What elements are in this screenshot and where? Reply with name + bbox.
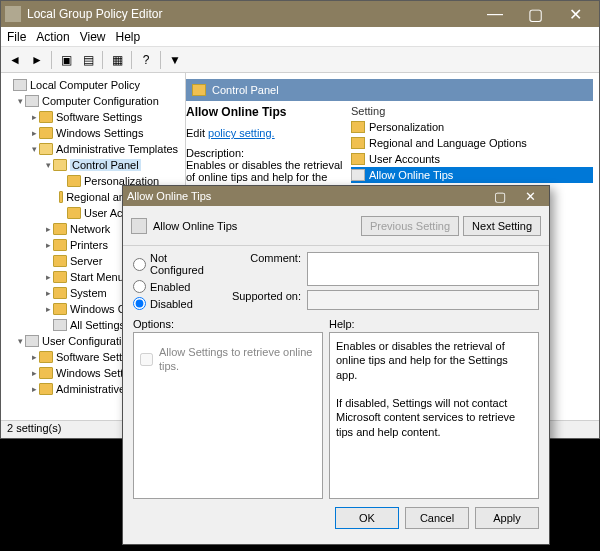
help-label: Help: [329, 318, 539, 330]
window-title: Local Group Policy Editor [27, 7, 475, 21]
tree-printers[interactable]: Printers [70, 239, 108, 251]
edit-policy-link[interactable]: policy setting. [208, 127, 275, 139]
help-text: If disabled, Settings will not contact M… [336, 396, 532, 439]
folder-icon [39, 383, 53, 395]
status-text: 2 setting(s) [7, 422, 61, 434]
radio-disabled[interactable]: Disabled [133, 297, 223, 310]
folder-icon [351, 153, 365, 165]
ok-button[interactable]: OK [335, 507, 399, 529]
policy-dialog: Allow Online Tips ▢ ✕ Allow Online Tips … [122, 185, 550, 545]
breadcrumb-label: Control Panel [212, 84, 279, 96]
policy-icon [25, 335, 39, 347]
app-icon [5, 6, 21, 22]
dialog-close-button[interactable]: ✕ [515, 186, 545, 206]
list-item[interactable]: User Accounts [369, 153, 440, 165]
apply-button[interactable]: Apply [475, 507, 539, 529]
tree-server[interactable]: Server [70, 255, 102, 267]
folder-icon [39, 143, 53, 155]
folder-icon [53, 159, 67, 171]
settings-icon [53, 319, 67, 331]
tree-windows-settings[interactable]: Windows Settings [56, 127, 143, 139]
list-item[interactable]: Regional and Language Options [369, 137, 527, 149]
tree-control-panel[interactable]: Control Panel [70, 159, 141, 171]
setting-icon [131, 218, 147, 234]
close-button[interactable]: ✕ [555, 1, 595, 27]
folder-icon [53, 239, 67, 251]
selected-policy-title: Allow Online Tips [186, 105, 345, 119]
list-item[interactable]: Personalization [369, 121, 444, 133]
help-button[interactable]: ? [136, 50, 156, 70]
folder-icon [39, 127, 53, 139]
tree-admin-templates[interactable]: Administrative Templates [56, 143, 178, 155]
back-button[interactable]: ◄ [5, 50, 25, 70]
folder-icon [67, 175, 81, 187]
titlebar[interactable]: Local Group Policy Editor — ▢ ✕ [1, 1, 599, 27]
maximize-button[interactable]: ▢ [515, 1, 555, 27]
setting-icon [351, 169, 365, 181]
show-hide-tree-button[interactable]: ▤ [78, 50, 98, 70]
folder-icon [39, 367, 53, 379]
minimize-button[interactable]: — [475, 1, 515, 27]
tree-system[interactable]: System [70, 287, 107, 299]
folder-icon [59, 191, 63, 203]
folder-icon [192, 84, 206, 96]
forward-button[interactable]: ► [27, 50, 47, 70]
folder-icon [67, 207, 81, 219]
toolbar: ◄ ► ▣ ▤ ▦ ? ▼ [1, 47, 599, 73]
menu-action[interactable]: Action [36, 30, 69, 44]
list-item-selected[interactable]: Allow Online Tips [369, 169, 453, 181]
options-panel: Allow Settings to retrieve online tips. [133, 332, 323, 499]
folder-icon [53, 255, 67, 267]
tree-network[interactable]: Network [70, 223, 110, 235]
tree-computer-config[interactable]: Computer Configuration [42, 95, 159, 107]
previous-setting-button[interactable]: Previous Setting [361, 216, 459, 236]
menu-view[interactable]: View [80, 30, 106, 44]
policy-icon [13, 79, 27, 91]
help-panel: Enables or disables the retrieval of onl… [329, 332, 539, 499]
allow-tips-checkbox [140, 353, 153, 366]
options-label: Options: [133, 318, 323, 330]
folder-icon [53, 303, 67, 315]
radio-enabled[interactable]: Enabled [133, 280, 223, 293]
options-text: Allow Settings to retrieve online tips. [159, 345, 316, 374]
folder-icon [351, 121, 365, 133]
tree-user-config[interactable]: User Configuration [42, 335, 134, 347]
breadcrumb: Control Panel [186, 79, 593, 101]
tree-all-settings[interactable]: All Settings [70, 319, 125, 331]
menu-help[interactable]: Help [116, 30, 141, 44]
description-label: Description: [186, 147, 345, 159]
folder-icon [39, 351, 53, 363]
up-button[interactable]: ▣ [56, 50, 76, 70]
next-setting-button[interactable]: Next Setting [463, 216, 541, 236]
radio-not-configured[interactable]: Not Configured [133, 252, 223, 276]
tree-root[interactable]: Local Computer Policy [30, 79, 140, 91]
help-text: Enables or disables the retrieval of onl… [336, 339, 532, 382]
comment-label: Comment: [231, 252, 301, 286]
supported-on-label: Supported on: [231, 290, 301, 310]
policy-icon [25, 95, 39, 107]
dialog-header: Allow Online Tips [153, 220, 357, 232]
supported-on-field [307, 290, 539, 310]
export-list-button[interactable]: ▦ [107, 50, 127, 70]
dialog-titlebar[interactable]: Allow Online Tips ▢ ✕ [123, 186, 549, 206]
filter-button[interactable]: ▼ [165, 50, 185, 70]
comment-field[interactable] [307, 252, 539, 286]
folder-icon [53, 223, 67, 235]
folder-icon [351, 137, 365, 149]
folder-icon [53, 287, 67, 299]
tree-software-settings[interactable]: Software Settings [56, 111, 142, 123]
folder-icon [39, 111, 53, 123]
column-header-setting[interactable]: Setting [351, 105, 593, 117]
dialog-maximize-button[interactable]: ▢ [485, 186, 515, 206]
menu-file[interactable]: File [7, 30, 26, 44]
cancel-button[interactable]: Cancel [405, 507, 469, 529]
folder-icon [53, 271, 67, 283]
edit-prefix: Edit [186, 127, 208, 139]
menubar: File Action View Help [1, 27, 599, 47]
dialog-title: Allow Online Tips [127, 190, 485, 202]
